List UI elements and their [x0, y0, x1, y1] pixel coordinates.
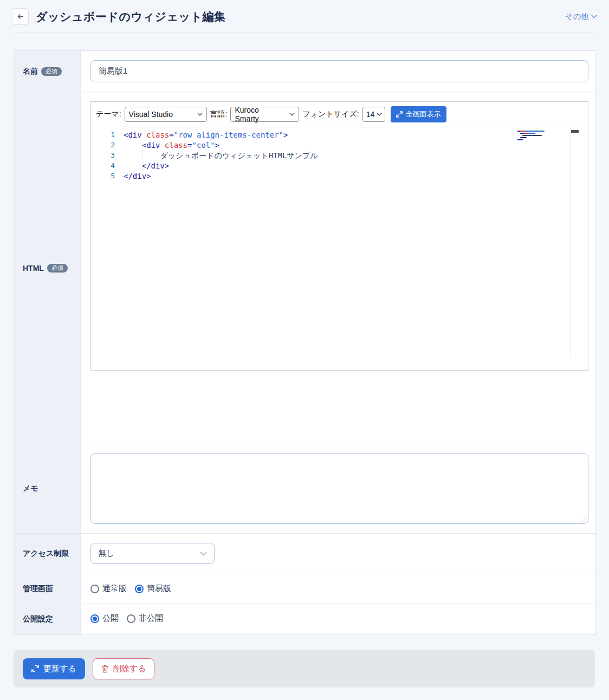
radio-option-normal[interactable]: 通常版 [90, 584, 127, 594]
memo-label-cell: メモ [14, 444, 81, 533]
access-content-cell: 無し [81, 534, 595, 574]
publish-content-cell: 公開 非公開 [81, 604, 595, 634]
arrow-left-icon [16, 12, 24, 21]
publish-radio-group: 公開 非公開 [90, 613, 588, 624]
gutter: 12345 [91, 129, 115, 181]
widget-edit-form: 名前 必須 HTML 必須 テーマ: Visual Studio [14, 50, 596, 635]
form-row-access: アクセス制限 無し [14, 534, 595, 574]
admin-radio-group: 通常版 簡易版 [90, 584, 588, 594]
delete-button[interactable]: 削除する [93, 658, 155, 679]
required-badge: 必須 [41, 67, 62, 76]
form-row-name: 名前 必須 [14, 51, 595, 92]
language-select-value: Kuroco Smarty [235, 106, 284, 123]
publish-label: 公開設定 [23, 614, 53, 624]
fullscreen-button-label: 全画面表示 [406, 109, 441, 119]
access-select-value: 無し [98, 548, 114, 559]
line-number: 5 [91, 171, 115, 181]
admin-content-cell: 通常版 簡易版 [81, 574, 595, 604]
name-content-cell [81, 51, 595, 92]
radio-icon[interactable] [135, 585, 144, 593]
memo-content-cell [81, 444, 595, 533]
language-label: 言語: [210, 109, 228, 119]
form-row-admin: 管理画面 通常版 簡易版 [14, 574, 595, 604]
radio-icon[interactable] [90, 614, 99, 623]
chevron-down-icon [200, 552, 207, 556]
trash-icon [101, 665, 109, 673]
chevron-down-icon [197, 113, 203, 116]
radio-icon[interactable] [90, 585, 99, 593]
name-label: 名前 [23, 67, 38, 76]
scrollbar-thumb[interactable] [571, 130, 579, 133]
html-label: HTML [23, 264, 44, 273]
line-number: 2 [91, 140, 115, 150]
radio-label: 通常版 [102, 584, 127, 594]
required-badge: 必須 [47, 264, 68, 273]
line-number: 4 [91, 160, 115, 171]
radio-icon[interactable] [127, 614, 135, 623]
name-input[interactable] [90, 60, 588, 82]
fontsize-select[interactable]: 14 [362, 107, 385, 122]
fontsize-label: フォントサイズ: [302, 109, 359, 119]
html-label-cell: HTML 必須 [14, 92, 81, 444]
memo-wrapper [90, 453, 588, 524]
form-row-html: HTML 必須 テーマ: Visual Studio 言語: Kuroco Sm… [14, 92, 595, 444]
access-select[interactable]: 無し [90, 543, 215, 564]
form-row-memo: メモ [14, 444, 595, 534]
radio-label: 公開 [102, 613, 119, 624]
expand-icon [396, 111, 403, 118]
fontsize-select-value: 14 [366, 110, 375, 119]
code-line: </div> [124, 171, 588, 182]
admin-label: 管理画面 [23, 584, 53, 594]
radio-option-simple[interactable]: 簡易版 [135, 584, 171, 594]
code-line: ダッシュボードのウィジェットHTMLサンプル [124, 151, 588, 161]
code-editor: テーマ: Visual Studio 言語: Kuroco Smarty [90, 101, 588, 371]
publish-label-cell: 公開設定 [14, 604, 81, 634]
chevron-down-icon [591, 15, 597, 18]
radio-option-public[interactable]: 公開 [90, 613, 119, 624]
access-label: アクセス制限 [23, 549, 69, 559]
radio-label: 簡易版 [147, 584, 171, 594]
memo-textarea[interactable] [90, 453, 588, 524]
html-content-cell: テーマ: Visual Studio 言語: Kuroco Smarty [81, 92, 595, 444]
minimap [517, 131, 546, 140]
action-footer: 更新する 削除する [14, 650, 595, 688]
page-header: ダッシュボードのウィジェット編集 その他 [12, 0, 597, 33]
form-row-publish: 公開設定 公開 非公開 [14, 604, 595, 634]
chevron-down-icon [289, 113, 295, 116]
code-area[interactable]: 12345 <div class="row align-items-center… [91, 127, 588, 370]
code-line: </div> [124, 161, 588, 171]
line-number: 3 [91, 150, 115, 160]
access-label-cell: アクセス制限 [14, 534, 81, 574]
delete-button-label: 削除する [113, 664, 146, 674]
theme-label: テーマ: [96, 109, 121, 119]
theme-select[interactable]: Visual Studio [125, 107, 207, 122]
more-menu[interactable]: その他 [565, 12, 597, 22]
more-menu-label: その他 [565, 12, 588, 22]
update-button-label: 更新する [43, 664, 76, 674]
update-button[interactable]: 更新する [23, 658, 85, 679]
theme-select-value: Visual Studio [129, 110, 173, 119]
scrollbar-track [571, 128, 571, 356]
name-label-cell: 名前 必須 [14, 51, 81, 92]
refresh-icon [31, 665, 39, 672]
memo-label: メモ [23, 484, 38, 494]
chevron-down-icon [377, 113, 382, 116]
radio-label: 非公開 [139, 613, 163, 624]
line-number: 1 [91, 129, 115, 140]
page-title: ダッシュボードのウィジェット編集 [36, 9, 558, 24]
editor-toolbar: テーマ: Visual Studio 言語: Kuroco Smarty [91, 102, 588, 127]
admin-label-cell: 管理画面 [14, 574, 81, 604]
fullscreen-button[interactable]: 全画面表示 [391, 106, 446, 122]
indent-guide [142, 150, 142, 171]
code-line: <div class="col"> [124, 140, 588, 151]
back-button[interactable] [12, 8, 29, 25]
radio-option-private[interactable]: 非公開 [127, 613, 163, 624]
language-select[interactable]: Kuroco Smarty [230, 107, 299, 122]
